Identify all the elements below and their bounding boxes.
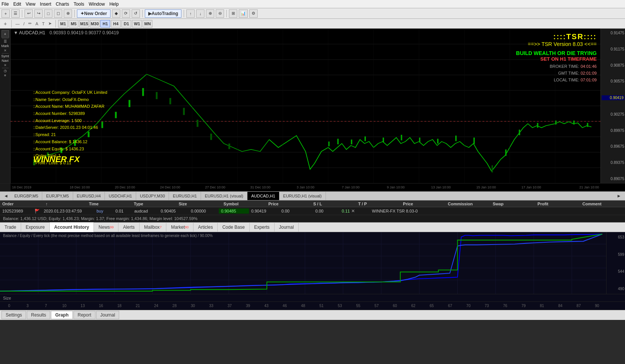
- svg-rect-23: [197, 120, 198, 127]
- tab-usdjpy-m30[interactable]: USDJPY,M30: [136, 191, 169, 200]
- price-level-6: 0.89975: [602, 128, 624, 133]
- tf-w1[interactable]: W1: [132, 20, 142, 28]
- chart-area[interactable]: ▼ AUDCAD,H1 0.90393 0.90419 0.90377 0.90…: [11, 29, 600, 183]
- left-btn1[interactable]: ☰: [4, 40, 7, 43]
- menu-window[interactable]: Window: [89, 2, 105, 7]
- tab-journal[interactable]: Journal: [275, 222, 299, 232]
- select-btn[interactable]: ◻: [54, 9, 62, 18]
- indicator-btn[interactable]: 📊: [239, 9, 248, 18]
- chart-type-btn[interactable]: ⊞: [229, 9, 237, 18]
- text2-tool[interactable]: T: [40, 21, 46, 26]
- down-btn[interactable]: ↓: [196, 9, 204, 18]
- close-order-btn[interactable]: ✕: [351, 208, 355, 214]
- tab-eurusd-h1-visual2[interactable]: EURUSD,H1 (visual): [279, 191, 326, 200]
- left-btn2[interactable]: ✕: [4, 49, 7, 52]
- x-label-4: 27 Dec 10:00: [193, 185, 238, 189]
- tab-trade[interactable]: Trade: [0, 222, 21, 232]
- tf-m1[interactable]: M1: [58, 20, 68, 28]
- tab-eurusd-h4[interactable]: EURUSD,H4: [73, 191, 105, 200]
- left-btn3[interactable]: ◷: [4, 69, 7, 73]
- svg-rect-21: [169, 98, 171, 104]
- svg-rect-26: [328, 142, 330, 147]
- tab-usdchf-h1[interactable]: USDCHF,H1: [105, 191, 136, 200]
- x-tick-37: 37: [220, 304, 239, 308]
- tab-eurjpy-m5[interactable]: EURJPY,M5: [42, 191, 73, 200]
- zoom-in-btn[interactable]: ⊕: [206, 9, 214, 18]
- tab-market[interactable]: Market 80: [166, 222, 193, 232]
- line-tool[interactable]: —: [14, 21, 21, 26]
- tab-experts[interactable]: Experts: [250, 222, 275, 232]
- arrow-tool[interactable]: ➤: [47, 21, 53, 26]
- refresh-btn[interactable]: ⟳: [122, 9, 130, 18]
- left-sep2: [2, 53, 9, 54]
- tab-eurgbp-m5[interactable]: EURGBP,M5: [11, 191, 42, 200]
- text-tool[interactable]: A: [34, 21, 40, 26]
- tab-news[interactable]: News 99: [94, 222, 118, 232]
- settings-btn[interactable]: ⚙: [249, 9, 258, 18]
- crosshair-btn[interactable]: +: [2, 9, 10, 18]
- tf-mn[interactable]: MN: [143, 20, 152, 28]
- tsr-version: ==>> TSR Version 8.03 <<==: [516, 41, 597, 47]
- svg-rect-18: [129, 100, 131, 107]
- tf-h4[interactable]: H4: [111, 20, 121, 28]
- left-btn4[interactable]: ≡: [4, 73, 6, 77]
- tab-eurusd-h1-visual[interactable]: EURUSD,H1 (visual): [201, 191, 247, 200]
- col-size: Size: [177, 202, 221, 206]
- svg-rect-35: [473, 138, 475, 144]
- bc-tab-results[interactable]: Results: [27, 311, 50, 319]
- delete-btn[interactable]: ◆: [112, 9, 120, 18]
- tab-exposure[interactable]: Exposure: [21, 222, 50, 232]
- bc-tab-graph[interactable]: Graph: [51, 311, 72, 319]
- redo-btn[interactable]: ↪: [34, 9, 43, 18]
- tf-m30[interactable]: M30: [90, 20, 100, 28]
- tab-audcad-h1[interactable]: AUDCAD,H1: [247, 191, 279, 200]
- tab-mailbox[interactable]: Mailbox 7: [140, 222, 166, 232]
- balance-line: ::Account Balance: $ 1436.12: [33, 138, 107, 145]
- balance-equity-chart[interactable]: Balance / Equity / Every tick (the most …: [0, 232, 625, 294]
- x-label-10: 15 Jan 10:00: [464, 185, 509, 189]
- menu-insert[interactable]: Insert: [40, 2, 51, 7]
- diagonal-tool[interactable]: /: [22, 21, 26, 26]
- left-crosshair[interactable]: +: [2, 30, 9, 38]
- tab-account-history[interactable]: Account History: [50, 222, 94, 232]
- menu-file[interactable]: File: [2, 2, 9, 7]
- zoom-btn[interactable]: ⊕: [64, 9, 72, 18]
- autotrading-button[interactable]: ▶ AutoTrading: [145, 9, 182, 18]
- price-level-3: 0.90875: [602, 63, 624, 67]
- account-number-line: ::Account Number: 5298389: [33, 110, 107, 117]
- tf-h1[interactable]: H1: [100, 20, 110, 28]
- bc-tab-journal[interactable]: Journal: [96, 311, 119, 319]
- undo-btn[interactable]: ↩: [25, 9, 33, 18]
- x-tick-24: 24: [147, 304, 166, 308]
- gmt-time-value: 02:01:09: [580, 71, 597, 75]
- bc-tab-settings[interactable]: Settings: [2, 311, 26, 319]
- menu-charts[interactable]: Charts: [56, 2, 69, 7]
- up-btn[interactable]: ↑: [186, 9, 195, 18]
- menu-tools[interactable]: Tools: [74, 2, 84, 7]
- menu-help[interactable]: Help: [109, 2, 119, 7]
- menu-view[interactable]: View: [26, 2, 35, 7]
- bc-tab-report[interactable]: Report: [74, 311, 95, 319]
- new-order-button[interactable]: ✦ New Order: [77, 9, 111, 18]
- tab-articles[interactable]: Articles: [193, 222, 218, 232]
- tab-code-base[interactable]: Code Base: [218, 222, 249, 232]
- rotate-btn[interactable]: ↺: [132, 9, 140, 18]
- tf-m15[interactable]: M15: [79, 20, 89, 28]
- tab-eurusd-h1[interactable]: EURUSD,H1: [169, 191, 201, 200]
- spread-line: ::Spread: 21: [33, 131, 107, 138]
- left-close[interactable]: ✕: [4, 63, 7, 67]
- rect-btn[interactable]: □: [44, 9, 52, 18]
- crosshair-tool[interactable]: +: [2, 20, 9, 28]
- zoom-out-btn[interactable]: ⊖: [216, 9, 224, 18]
- tab-alerts[interactable]: Alerts: [118, 222, 140, 232]
- menu-btn[interactable]: ☰: [11, 9, 20, 18]
- local-time-value: 07:01:09: [580, 78, 597, 82]
- x-tick-48: 48: [294, 304, 312, 308]
- tf-d1[interactable]: D1: [121, 20, 131, 28]
- tf-m5[interactable]: M5: [69, 20, 78, 28]
- col-price: Price: [266, 202, 311, 206]
- pencil-tool[interactable]: ✏: [27, 21, 33, 26]
- chart-tab-arrow-right[interactable]: ►: [614, 193, 623, 199]
- menu-edit[interactable]: Edit: [13, 2, 21, 7]
- chart-tab-arrow-left[interactable]: ◄: [2, 193, 11, 199]
